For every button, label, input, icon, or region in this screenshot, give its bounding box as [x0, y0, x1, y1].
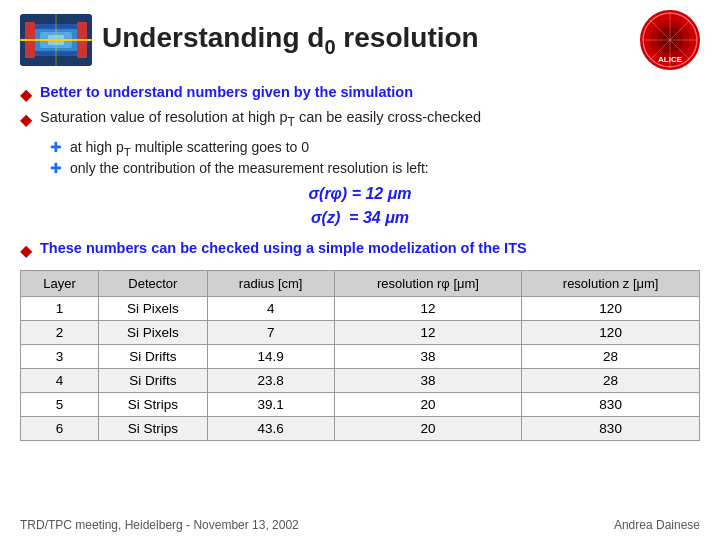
sub-bullet-1: ✚ at high pT multiple scattering goes to…: [50, 139, 700, 158]
sub-bullet-text-1: at high pT multiple scattering goes to 0: [70, 139, 309, 158]
table-cell-r2-c3: 38: [334, 344, 522, 368]
sub-diamond-icon-1: ✚: [50, 139, 62, 155]
table-row: 1Si Pixels412120: [21, 296, 700, 320]
table-cell-r3-c4: 28: [522, 368, 700, 392]
table-cell-r3-c1: Si Drifts: [99, 368, 207, 392]
sub-bullet-2: ✚ only the contribution of the measureme…: [50, 160, 700, 176]
table-cell-r2-c0: 3: [21, 344, 99, 368]
bullet-item-2: ◆ Saturation value of resolution at high…: [20, 109, 700, 129]
table-cell-r3-c3: 38: [334, 368, 522, 392]
table-cell-r2-c2: 14.9: [207, 344, 334, 368]
col-header-layer: Layer: [21, 270, 99, 296]
table-cell-r2-c1: Si Drifts: [99, 344, 207, 368]
col-header-res-z: resolution z [μm]: [522, 270, 700, 296]
table-cell-r5-c2: 43.6: [207, 416, 334, 440]
bullet-item-1: ◆ Better to understand numbers given by …: [20, 84, 700, 104]
table-cell-r0-c4: 120: [522, 296, 700, 320]
footer-right: Andrea Dainese: [614, 518, 700, 532]
diamond-icon-1: ◆: [20, 85, 32, 104]
table-cell-r1-c1: Si Pixels: [99, 320, 207, 344]
table-cell-r1-c0: 2: [21, 320, 99, 344]
bullet-text-2: Saturation value of resolution at high p…: [40, 109, 481, 129]
alice-logo: ALICE: [640, 10, 700, 70]
table-cell-r1-c3: 12: [334, 320, 522, 344]
table-cell-r5-c4: 830: [522, 416, 700, 440]
bullet-text-1: Better to understand numbers given by th…: [40, 84, 413, 100]
sub-diamond-icon-2: ✚: [50, 160, 62, 176]
table-cell-r3-c0: 4: [21, 368, 99, 392]
table-cell-r4-c1: Si Strips: [99, 392, 207, 416]
sub-bullet-list: ✚ at high pT multiple scattering goes to…: [50, 139, 700, 176]
col-header-detector: Detector: [99, 270, 207, 296]
table-cell-r5-c3: 20: [334, 416, 522, 440]
sub-bullet-text-2: only the contribution of the measurement…: [70, 160, 429, 176]
equation-1: σ(rφ) = 12 μm: [20, 182, 700, 206]
table-cell-r4-c3: 20: [334, 392, 522, 416]
bullet-list-2: ◆ These numbers can be checked using a s…: [20, 240, 700, 260]
page: Understanding d0 resolution ALICE ◆ Bett…: [0, 0, 720, 540]
table-row: 2Si Pixels712120: [21, 320, 700, 344]
page-title: Understanding d0 resolution: [102, 23, 640, 58]
data-table: Layer Detector radius [cm] resolution rφ…: [20, 270, 700, 441]
bullet-text-3: These numbers can be checked using a sim…: [40, 240, 527, 256]
col-header-res-phi: resolution rφ [μm]: [334, 270, 522, 296]
table-cell-r1-c2: 7: [207, 320, 334, 344]
table-row: 4Si Drifts23.83828: [21, 368, 700, 392]
table-cell-r1-c4: 120: [522, 320, 700, 344]
table-cell-r0-c1: Si Pixels: [99, 296, 207, 320]
equation-2: σ(z) = 34 μm: [20, 206, 700, 230]
table-row: 3Si Drifts14.93828: [21, 344, 700, 368]
diamond-icon-2: ◆: [20, 110, 32, 129]
equations-block: σ(rφ) = 12 μm σ(z) = 34 μm: [20, 182, 700, 230]
col-header-radius: radius [cm]: [207, 270, 334, 296]
table-cell-r4-c0: 5: [21, 392, 99, 416]
table-cell-r4-c2: 39.1: [207, 392, 334, 416]
table-cell-r0-c0: 1: [21, 296, 99, 320]
table-row: 6Si Strips43.620830: [21, 416, 700, 440]
table-cell-r5-c0: 6: [21, 416, 99, 440]
table-cell-r3-c2: 23.8: [207, 368, 334, 392]
svg-text:ALICE: ALICE: [658, 55, 683, 64]
table-cell-r5-c1: Si Strips: [99, 416, 207, 440]
table-row: 5Si Strips39.120830: [21, 392, 700, 416]
table-header-row: Layer Detector radius [cm] resolution rφ…: [21, 270, 700, 296]
main-bullet-list: ◆ Better to understand numbers given by …: [20, 84, 700, 129]
footer: TRD/TPC meeting, Heidelberg - November 1…: [20, 518, 700, 532]
header: Understanding d0 resolution ALICE: [20, 10, 700, 70]
table-cell-r0-c2: 4: [207, 296, 334, 320]
table-cell-r4-c4: 830: [522, 392, 700, 416]
table-cell-r0-c3: 12: [334, 296, 522, 320]
logo-left: [20, 14, 92, 66]
footer-left: TRD/TPC meeting, Heidelberg - November 1…: [20, 518, 299, 532]
bullet-item-3: ◆ These numbers can be checked using a s…: [20, 240, 700, 260]
diamond-icon-3: ◆: [20, 241, 32, 260]
table-cell-r2-c4: 28: [522, 344, 700, 368]
